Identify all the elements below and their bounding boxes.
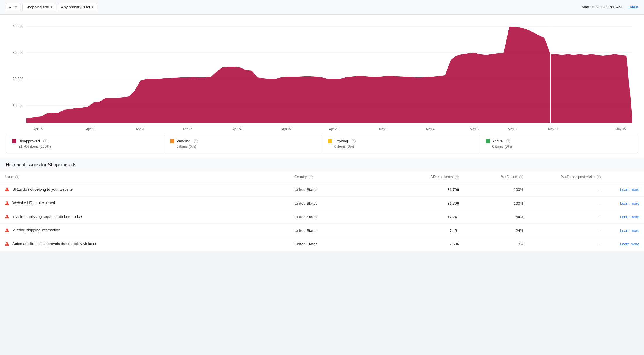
primary-feed-dropdown[interactable]: Any primary feed ▼ [58,3,97,11]
legend-hint-disapproved: ? [43,139,47,143]
past-clicks-cell-1: – [528,197,605,210]
country-cell-0: United States [290,183,386,197]
warning-icon-0: ! [5,187,9,191]
col-header-pct-affected: % affected ? [464,171,528,183]
warning-icon-4: ! [5,242,9,246]
issues-section: Historical issues for Shopping ads Issue… [0,158,644,251]
learn-more-link-1[interactable]: Learn more [620,201,639,206]
pct-affected-cell-4: 8% [464,237,528,251]
svg-text:Apr 29: Apr 29 [329,127,338,131]
shopping-ads-chevron: ▼ [50,6,53,9]
col-header-issue: Issue ? [0,171,290,183]
chart-svg: 40,000 30,000 20,000 10,000 Apr 15 Apr 1… [6,20,638,132]
svg-text:Apr 15: Apr 15 [33,127,43,131]
svg-text:May 15: May 15 [615,127,626,131]
affected-items-cell-1: 31,706 [386,197,464,210]
issue-text-0: URLs do not belong to your website [12,187,73,192]
shopping-ads-dropdown[interactable]: Shopping ads ▼ [22,3,56,11]
all-chevron: ▼ [14,6,17,9]
table-row: ! Missing shipping information United St… [0,224,644,237]
table-row: ! Website URL not claimed United States … [0,197,644,210]
legend-item-active: Active ? 0 items (0%) [480,135,638,153]
past-clicks-hint-icon: ? [597,175,601,179]
col-header-country: Country ? [290,171,386,183]
filter-right: May 10, 2018 11:00 AM | Latest [582,5,638,10]
legend-color-expiring [328,139,332,143]
latest-link[interactable]: Latest [628,5,638,9]
affected-items-cell-4: 2,596 [386,237,464,251]
past-clicks-cell-2: – [528,210,605,224]
issue-text-3: Missing shipping information [12,228,60,232]
shopping-ads-label: Shopping ads [25,5,49,9]
legend-header-disapproved: Disapproved ? [12,139,158,143]
country-cell-1: United States [290,197,386,210]
svg-text:Apr 24: Apr 24 [232,127,242,131]
legend-item-pending: Pending ? 0 items (0%) [164,135,322,153]
filter-left: All ▼ Shopping ads ▼ Any primary feed ▼ [6,3,97,11]
legend-hint-expiring: ? [352,139,356,143]
pct-affected-cell-1: 100% [464,197,528,210]
issue-hint-icon: ? [15,175,19,179]
pct-affected-cell-2: 54% [464,210,528,224]
table-row: ! Automatic item disapprovals due to pol… [0,237,644,251]
col-header-past-clicks: % affected past clicks ? [528,171,605,183]
action-cell-3: Learn more [605,224,644,237]
legend-label-pending: Pending [177,139,191,143]
legend-label-disapproved: Disapproved [18,139,40,143]
learn-more-link-2[interactable]: Learn more [620,215,639,219]
issues-table: Issue ? Country ? Affected items ? % aff… [0,171,644,251]
country-cell-4: United States [290,237,386,251]
main-container: All ▼ Shopping ads ▼ Any primary feed ▼ … [0,0,644,251]
chart-container: 40,000 30,000 20,000 10,000 Apr 15 Apr 1… [0,15,644,135]
table-row: ! URLs do not belong to your website Uni… [0,183,644,197]
issue-cell-1: ! Website URL not claimed [0,197,290,210]
learn-more-link-3[interactable]: Learn more [620,228,639,233]
issue-cell-2: ! Invalid or missing required attribute:… [0,210,290,224]
filter-bar: All ▼ Shopping ads ▼ Any primary feed ▼ … [0,0,644,15]
svg-text:Apr 20: Apr 20 [136,127,145,131]
legend-value-expiring: 0 items (0%) [328,144,474,149]
affected-items-cell-0: 31,706 [386,183,464,197]
legend-color-active [486,139,490,143]
all-label: All [9,5,13,9]
legend-value-disapproved: 31,706 items (100%) [12,144,158,149]
col-header-action [605,171,644,183]
legend-header-active: Active ? [486,139,632,143]
country-hint-icon: ? [309,175,313,179]
all-dropdown[interactable]: All ▼ [6,3,20,11]
issues-title: Historical issues for Shopping ads [6,162,76,167]
legend-hint-active: ? [506,139,510,143]
action-cell-4: Learn more [605,237,644,251]
past-clicks-cell-0: – [528,183,605,197]
legend-color-pending [170,139,174,143]
table-header-row: Issue ? Country ? Affected items ? % aff… [0,171,644,183]
svg-text:30,000: 30,000 [13,51,23,55]
issue-text-2: Invalid or missing required attribute: p… [12,214,82,219]
svg-text:Apr 27: Apr 27 [282,127,292,131]
legend-header-expiring: Expiring ? [328,139,474,143]
issue-cell-3: ! Missing shipping information [0,224,290,237]
issues-table-body: ! URLs do not belong to your website Uni… [0,183,644,251]
legend-value-pending: 0 items (0%) [170,144,316,149]
learn-more-link-4[interactable]: Learn more [620,242,639,246]
issue-text-1: Website URL not claimed [12,201,55,205]
past-clicks-cell-3: – [528,224,605,237]
svg-text:Apr 18: Apr 18 [86,127,95,131]
affected-items-cell-2: 17,241 [386,210,464,224]
legend-item-expiring: Expiring ? 0 items (0%) [322,135,480,153]
warning-icon-2: ! [5,214,9,218]
legend-item-disapproved: Disapproved ? 31,706 items (100%) [6,135,164,153]
chart-svg-wrapper: 40,000 30,000 20,000 10,000 Apr 15 Apr 1… [6,20,638,132]
svg-text:May 11: May 11 [548,127,559,131]
legend-value-active: 0 items (0%) [486,144,632,149]
issue-text-4: Automatic item disapprovals due to polic… [12,242,97,246]
svg-text:May 8: May 8 [508,127,517,131]
pct-affected-cell-3: 24% [464,224,528,237]
affected-items-cell-3: 7,451 [386,224,464,237]
warning-icon-1: ! [5,201,9,205]
legend-label-expiring: Expiring [334,139,348,143]
issue-cell-0: ! URLs do not belong to your website [0,183,290,197]
legend-hint-pending: ? [194,139,198,143]
learn-more-link-0[interactable]: Learn more [620,187,639,192]
affected-items-hint-icon: ? [455,175,459,179]
